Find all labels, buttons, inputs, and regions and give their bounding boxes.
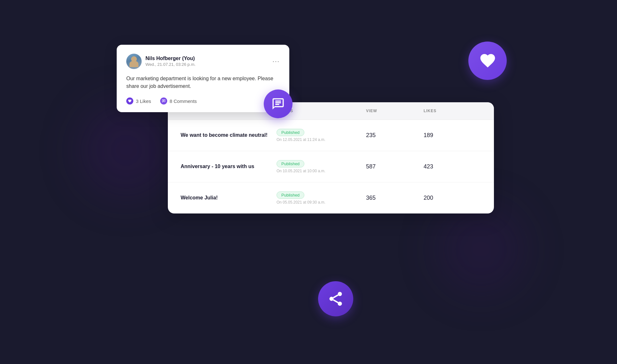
float-chat-button[interactable] (264, 89, 293, 118)
avatar-image (126, 54, 142, 69)
svg-point-1 (330, 297, 334, 301)
comment-svg (162, 99, 166, 103)
status-badge: Published (277, 129, 304, 136)
comment-icon-small (160, 97, 167, 105)
table-row: Anniversary - 10 years with us Published… (168, 151, 494, 182)
post-author-name: Nils Hofberger (You) (145, 56, 196, 61)
row-1-views: 235 (366, 132, 424, 139)
row-1-status-cell: Published On 12.05.2021 at 11:24 a.m. (277, 129, 366, 142)
avatar (126, 54, 142, 69)
row-1-likes: 189 (424, 132, 481, 139)
svg-line-4 (333, 295, 338, 298)
row-3-likes: 200 (424, 195, 481, 201)
svg-point-0 (338, 292, 342, 296)
row-3-views: 365 (366, 195, 424, 201)
row-3-date: On 05.05.2021 at 09:30 a.m. (277, 200, 366, 205)
row-1-date: On 12.05.2021 at 11:24 a.m. (277, 137, 366, 142)
table-card: TITLE STATUS VIEW LIKES We want to becom… (168, 102, 494, 213)
row-2-views: 587 (366, 163, 424, 170)
post-actions: 3 Likes 8 Comments (126, 97, 280, 105)
row-2-likes: 423 (424, 163, 481, 170)
row-3-status-cell: Published On 05.05.2021 at 09:30 a.m. (277, 191, 366, 205)
svg-point-2 (338, 301, 342, 306)
post-menu-button[interactable]: ··· (272, 58, 280, 65)
comments-count: 8 Comments (170, 98, 197, 104)
heart-icon (479, 52, 496, 69)
col-view: VIEW (366, 109, 424, 113)
table-row: We want to become climate neutral! Publi… (168, 120, 494, 151)
post-date: Wed., 21.07.21, 03:26 p.m. (145, 62, 196, 67)
heart-icon-small (126, 97, 133, 105)
post-card: Nils Hofberger (You) Wed., 21.07.21, 03:… (117, 45, 289, 112)
table-row: Welcome Julia! Published On 05.05.2021 a… (168, 182, 494, 213)
likes-action[interactable]: 3 Likes (126, 97, 151, 105)
row-2-date: On 10.05.2021 at 10:00 a.m. (277, 169, 366, 173)
post-author-info: Nils Hofberger (You) Wed., 21.07.21, 03:… (145, 56, 196, 67)
likes-count: 3 Likes (136, 98, 151, 104)
heart-svg (128, 99, 132, 103)
chat-icon (271, 97, 285, 111)
float-heart-button[interactable] (468, 42, 507, 80)
col-likes: LIKES (424, 109, 481, 113)
bg-decoration-right (436, 205, 526, 294)
post-header-left: Nils Hofberger (You) Wed., 21.07.21, 03:… (126, 54, 196, 69)
status-badge: Published (277, 191, 304, 199)
comments-action[interactable]: 8 Comments (160, 97, 197, 105)
row-1-title: We want to become climate neutral! (181, 132, 277, 138)
post-header: Nils Hofberger (You) Wed., 21.07.21, 03:… (126, 54, 280, 69)
share-icon (327, 290, 344, 307)
row-2-title: Anniversary - 10 years with us (181, 164, 277, 169)
svg-line-3 (333, 300, 338, 303)
row-3-title: Welcome Julia! (181, 195, 277, 201)
post-body-text: Our marketing department is looking for … (126, 75, 280, 91)
row-2-status-cell: Published On 10.05.2021 at 10:00 a.m. (277, 160, 366, 173)
status-badge: Published (277, 160, 304, 167)
float-share-button[interactable] (318, 281, 353, 316)
bg-decoration-left (78, 102, 174, 198)
